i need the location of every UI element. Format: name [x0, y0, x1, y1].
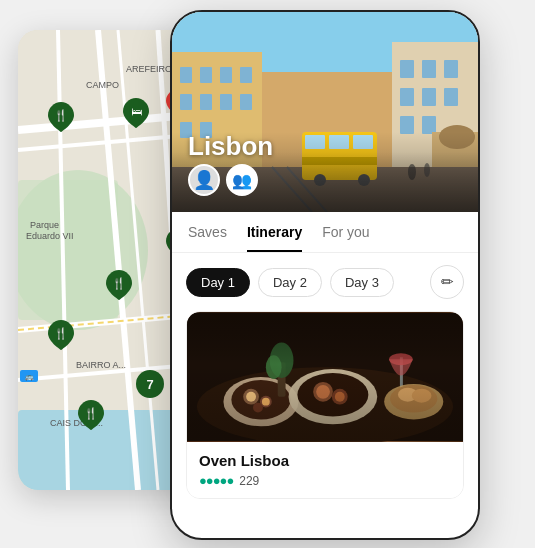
svg-rect-2 [18, 180, 118, 320]
phone-card: Lisbon 👤 👥 Saves Itinerary For you Day 1… [170, 10, 480, 540]
svg-text:🍴: 🍴 [84, 406, 98, 420]
svg-text:🛏: 🛏 [131, 105, 142, 117]
day-selector: Day 1 Day 2 Day 3 ✏ [172, 253, 478, 311]
hero-image: Lisbon 👤 👥 [172, 12, 478, 212]
rating-count: 229 [239, 474, 259, 488]
tab-bar: Saves Itinerary For you [172, 212, 478, 253]
avatar-add-button[interactable]: 👥 [226, 164, 258, 196]
map-label-eduardo: Eduardo VII [26, 231, 74, 241]
rating-row: ●●●●● 229 [199, 473, 451, 488]
restaurant-info: Oven Lisboa ●●●●● 229 [187, 442, 463, 498]
tab-saves[interactable]: Saves [188, 224, 227, 252]
map-label-parque: Parque [30, 220, 59, 230]
map-pin-restaurant-2[interactable]: 🍴 [48, 320, 74, 350]
svg-text:🍴: 🍴 [54, 108, 68, 122]
map-pin-hotel-1[interactable]: 🛏 [123, 98, 149, 128]
map-badge-count[interactable]: 7 [136, 370, 164, 398]
restaurant-image [187, 312, 463, 442]
edit-icon: ✏ [441, 273, 454, 291]
day-chip-3[interactable]: Day 3 [330, 268, 394, 297]
avatar-user: 👤 [188, 164, 220, 196]
map-label-arefeiro: AREFEIRO [126, 64, 172, 74]
tab-itinerary[interactable]: Itinerary [247, 224, 302, 252]
map-pin-restaurant-3[interactable]: 🍴 [78, 400, 104, 430]
city-title: Lisbon [188, 131, 273, 162]
svg-rect-85 [187, 313, 463, 441]
tab-for-you[interactable]: For you [322, 224, 369, 252]
restaurant-name: Oven Lisboa [199, 452, 451, 469]
map-label-bairro: BAIRRO A... [76, 360, 126, 370]
rating-stars: ●●●●● [199, 473, 233, 488]
svg-text:🍴: 🍴 [54, 326, 68, 340]
day-chip-2[interactable]: Day 2 [258, 268, 322, 297]
edit-button[interactable]: ✏ [430, 265, 464, 299]
map-label-campo: CAMPO [86, 80, 119, 90]
restaurant-card[interactable]: Oven Lisboa ●●●●● 229 [186, 311, 464, 499]
day-chip-1[interactable]: Day 1 [186, 268, 250, 297]
svg-text:🚌: 🚌 [25, 372, 34, 381]
hero-avatars: 👤 👥 [188, 164, 258, 196]
map-pin-restaurant-4[interactable]: 🍴 [106, 270, 132, 300]
svg-text:🍴: 🍴 [112, 276, 126, 290]
map-pin-restaurant-1[interactable]: 🍴 [48, 102, 74, 132]
